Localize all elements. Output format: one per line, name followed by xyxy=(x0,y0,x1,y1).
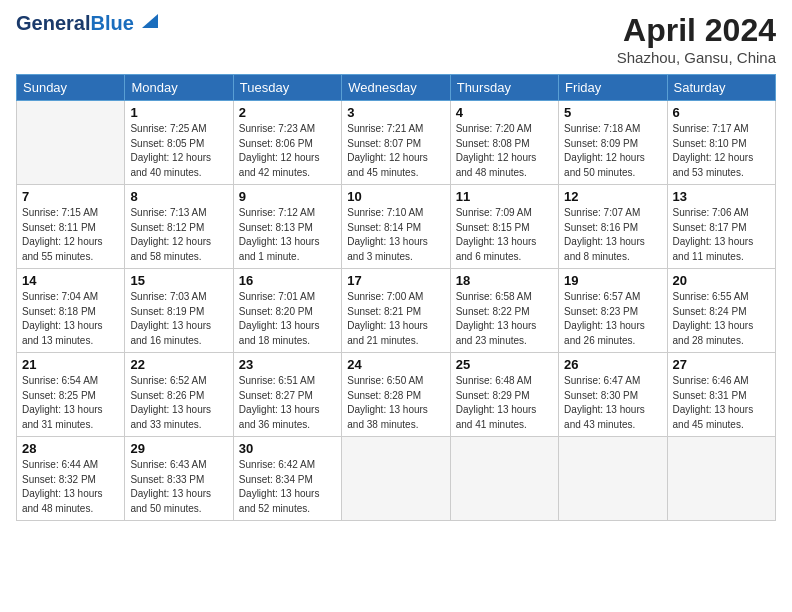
calendar-day-cell: 6Sunrise: 7:17 AMSunset: 8:10 PMDaylight… xyxy=(667,101,775,185)
header: GeneralBlue April 2024 Shazhou, Gansu, C… xyxy=(16,12,776,66)
calendar-day-cell: 13Sunrise: 7:06 AMSunset: 8:17 PMDayligh… xyxy=(667,185,775,269)
day-info: Sunrise: 7:12 AMSunset: 8:13 PMDaylight:… xyxy=(239,206,336,264)
calendar-day-cell: 8Sunrise: 7:13 AMSunset: 8:12 PMDaylight… xyxy=(125,185,233,269)
calendar-day-cell: 19Sunrise: 6:57 AMSunset: 8:23 PMDayligh… xyxy=(559,269,667,353)
day-info: Sunrise: 7:06 AMSunset: 8:17 PMDaylight:… xyxy=(673,206,770,264)
day-info: Sunrise: 7:21 AMSunset: 8:07 PMDaylight:… xyxy=(347,122,444,180)
day-number: 25 xyxy=(456,357,553,372)
day-info: Sunrise: 6:42 AMSunset: 8:34 PMDaylight:… xyxy=(239,458,336,516)
svg-marker-0 xyxy=(142,14,158,28)
day-info: Sunrise: 6:46 AMSunset: 8:31 PMDaylight:… xyxy=(673,374,770,432)
calendar-week-row: 14Sunrise: 7:04 AMSunset: 8:18 PMDayligh… xyxy=(17,269,776,353)
day-number: 2 xyxy=(239,105,336,120)
calendar-day-cell: 14Sunrise: 7:04 AMSunset: 8:18 PMDayligh… xyxy=(17,269,125,353)
day-info: Sunrise: 7:09 AMSunset: 8:15 PMDaylight:… xyxy=(456,206,553,264)
calendar-day-cell: 10Sunrise: 7:10 AMSunset: 8:14 PMDayligh… xyxy=(342,185,450,269)
calendar-day-cell: 7Sunrise: 7:15 AMSunset: 8:11 PMDaylight… xyxy=(17,185,125,269)
day-info: Sunrise: 7:04 AMSunset: 8:18 PMDaylight:… xyxy=(22,290,119,348)
day-number: 10 xyxy=(347,189,444,204)
calendar-day-cell: 5Sunrise: 7:18 AMSunset: 8:09 PMDaylight… xyxy=(559,101,667,185)
calendar-header-row: SundayMondayTuesdayWednesdayThursdayFrid… xyxy=(17,75,776,101)
day-number: 5 xyxy=(564,105,661,120)
day-number: 26 xyxy=(564,357,661,372)
calendar-day-cell: 28Sunrise: 6:44 AMSunset: 8:32 PMDayligh… xyxy=(17,437,125,521)
calendar-day-cell: 24Sunrise: 6:50 AMSunset: 8:28 PMDayligh… xyxy=(342,353,450,437)
day-number: 8 xyxy=(130,189,227,204)
day-number: 15 xyxy=(130,273,227,288)
weekday-header: Wednesday xyxy=(342,75,450,101)
day-info: Sunrise: 6:55 AMSunset: 8:24 PMDaylight:… xyxy=(673,290,770,348)
day-info: Sunrise: 7:23 AMSunset: 8:06 PMDaylight:… xyxy=(239,122,336,180)
day-number: 4 xyxy=(456,105,553,120)
day-info: Sunrise: 7:13 AMSunset: 8:12 PMDaylight:… xyxy=(130,206,227,264)
day-number: 24 xyxy=(347,357,444,372)
day-number: 9 xyxy=(239,189,336,204)
calendar-day-cell: 1Sunrise: 7:25 AMSunset: 8:05 PMDaylight… xyxy=(125,101,233,185)
weekday-header: Saturday xyxy=(667,75,775,101)
calendar-day-cell xyxy=(450,437,558,521)
calendar-day-cell: 22Sunrise: 6:52 AMSunset: 8:26 PMDayligh… xyxy=(125,353,233,437)
day-info: Sunrise: 6:57 AMSunset: 8:23 PMDaylight:… xyxy=(564,290,661,348)
day-info: Sunrise: 7:07 AMSunset: 8:16 PMDaylight:… xyxy=(564,206,661,264)
calendar-day-cell: 23Sunrise: 6:51 AMSunset: 8:27 PMDayligh… xyxy=(233,353,341,437)
day-number: 19 xyxy=(564,273,661,288)
day-info: Sunrise: 6:48 AMSunset: 8:29 PMDaylight:… xyxy=(456,374,553,432)
title-block: April 2024 Shazhou, Gansu, China xyxy=(617,12,776,66)
day-info: Sunrise: 6:43 AMSunset: 8:33 PMDaylight:… xyxy=(130,458,227,516)
page: GeneralBlue April 2024 Shazhou, Gansu, C… xyxy=(0,0,792,612)
weekday-header: Sunday xyxy=(17,75,125,101)
calendar-day-cell: 26Sunrise: 6:47 AMSunset: 8:30 PMDayligh… xyxy=(559,353,667,437)
calendar-day-cell: 17Sunrise: 7:00 AMSunset: 8:21 PMDayligh… xyxy=(342,269,450,353)
calendar-week-row: 7Sunrise: 7:15 AMSunset: 8:11 PMDaylight… xyxy=(17,185,776,269)
calendar-day-cell: 30Sunrise: 6:42 AMSunset: 8:34 PMDayligh… xyxy=(233,437,341,521)
day-info: Sunrise: 6:51 AMSunset: 8:27 PMDaylight:… xyxy=(239,374,336,432)
day-number: 21 xyxy=(22,357,119,372)
day-number: 29 xyxy=(130,441,227,456)
calendar-day-cell: 12Sunrise: 7:07 AMSunset: 8:16 PMDayligh… xyxy=(559,185,667,269)
weekday-header: Friday xyxy=(559,75,667,101)
day-info: Sunrise: 6:50 AMSunset: 8:28 PMDaylight:… xyxy=(347,374,444,432)
day-number: 28 xyxy=(22,441,119,456)
day-info: Sunrise: 7:18 AMSunset: 8:09 PMDaylight:… xyxy=(564,122,661,180)
calendar-table: SundayMondayTuesdayWednesdayThursdayFrid… xyxy=(16,74,776,521)
day-info: Sunrise: 7:03 AMSunset: 8:19 PMDaylight:… xyxy=(130,290,227,348)
day-number: 14 xyxy=(22,273,119,288)
calendar-day-cell xyxy=(342,437,450,521)
calendar-week-row: 21Sunrise: 6:54 AMSunset: 8:25 PMDayligh… xyxy=(17,353,776,437)
main-title: April 2024 xyxy=(617,12,776,49)
day-number: 30 xyxy=(239,441,336,456)
weekday-header: Monday xyxy=(125,75,233,101)
day-number: 23 xyxy=(239,357,336,372)
calendar-day-cell: 18Sunrise: 6:58 AMSunset: 8:22 PMDayligh… xyxy=(450,269,558,353)
calendar-day-cell: 21Sunrise: 6:54 AMSunset: 8:25 PMDayligh… xyxy=(17,353,125,437)
day-number: 16 xyxy=(239,273,336,288)
day-number: 3 xyxy=(347,105,444,120)
calendar-day-cell: 11Sunrise: 7:09 AMSunset: 8:15 PMDayligh… xyxy=(450,185,558,269)
logo-text: GeneralBlue xyxy=(16,12,134,34)
day-number: 7 xyxy=(22,189,119,204)
day-number: 18 xyxy=(456,273,553,288)
sub-title: Shazhou, Gansu, China xyxy=(617,49,776,66)
calendar-day-cell: 4Sunrise: 7:20 AMSunset: 8:08 PMDaylight… xyxy=(450,101,558,185)
logo: GeneralBlue xyxy=(16,12,158,34)
calendar-day-cell xyxy=(559,437,667,521)
calendar-day-cell: 16Sunrise: 7:01 AMSunset: 8:20 PMDayligh… xyxy=(233,269,341,353)
day-number: 11 xyxy=(456,189,553,204)
calendar-day-cell: 25Sunrise: 6:48 AMSunset: 8:29 PMDayligh… xyxy=(450,353,558,437)
day-number: 1 xyxy=(130,105,227,120)
day-number: 20 xyxy=(673,273,770,288)
day-info: Sunrise: 6:47 AMSunset: 8:30 PMDaylight:… xyxy=(564,374,661,432)
day-info: Sunrise: 7:25 AMSunset: 8:05 PMDaylight:… xyxy=(130,122,227,180)
calendar-day-cell: 29Sunrise: 6:43 AMSunset: 8:33 PMDayligh… xyxy=(125,437,233,521)
weekday-header: Tuesday xyxy=(233,75,341,101)
day-number: 12 xyxy=(564,189,661,204)
day-info: Sunrise: 7:17 AMSunset: 8:10 PMDaylight:… xyxy=(673,122,770,180)
day-number: 6 xyxy=(673,105,770,120)
day-info: Sunrise: 6:58 AMSunset: 8:22 PMDaylight:… xyxy=(456,290,553,348)
calendar-week-row: 1Sunrise: 7:25 AMSunset: 8:05 PMDaylight… xyxy=(17,101,776,185)
calendar-day-cell: 27Sunrise: 6:46 AMSunset: 8:31 PMDayligh… xyxy=(667,353,775,437)
calendar-day-cell: 2Sunrise: 7:23 AMSunset: 8:06 PMDaylight… xyxy=(233,101,341,185)
day-info: Sunrise: 7:15 AMSunset: 8:11 PMDaylight:… xyxy=(22,206,119,264)
day-info: Sunrise: 7:20 AMSunset: 8:08 PMDaylight:… xyxy=(456,122,553,180)
calendar-day-cell: 20Sunrise: 6:55 AMSunset: 8:24 PMDayligh… xyxy=(667,269,775,353)
